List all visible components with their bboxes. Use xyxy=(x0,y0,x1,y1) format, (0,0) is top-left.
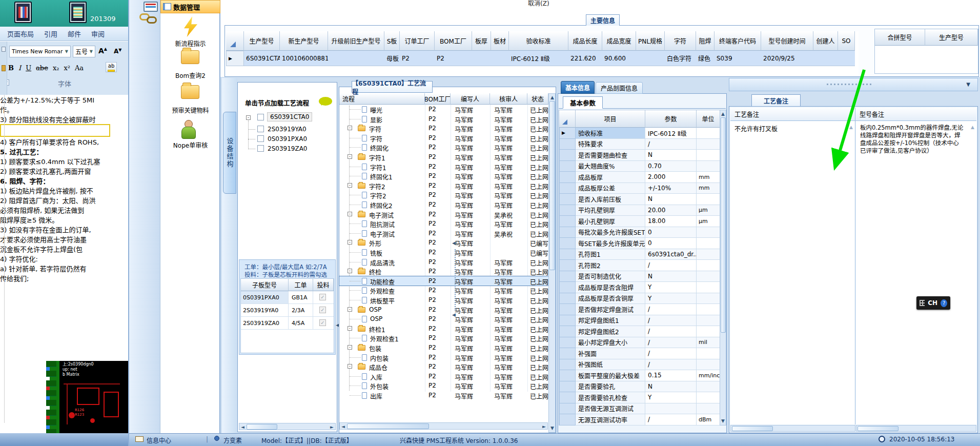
flow-row[interactable]: 显影P2马军辉马军辉已上网 xyxy=(339,114,548,124)
feed-checkbox[interactable]: ✓ xyxy=(319,294,326,300)
ribbon-tab-2[interactable]: 邮件 xyxy=(68,29,81,38)
tree-child-checkbox[interactable] xyxy=(257,126,264,132)
flow-horizontal-scrollbar[interactable]: ◄► xyxy=(339,422,548,430)
flow-row[interactable]: 外观检查1P2马军辉马军辉已上网 xyxy=(339,333,548,343)
params-row-handle[interactable] xyxy=(559,139,576,150)
product-column-header-11[interactable]: PNL规格 xyxy=(636,31,665,51)
flow-row[interactable]: 阻抗测试P2马军辉马军辉已上网 xyxy=(339,219,548,229)
flow-column-header-3[interactable]: 核审人 xyxy=(490,93,527,105)
params-item-cell[interactable]: 成品板厚是否含铜厚 xyxy=(576,293,645,305)
tree-child-checkbox[interactable] xyxy=(257,145,264,152)
params-item-cell[interactable]: 每批次最多允许报废SET xyxy=(576,227,645,238)
flow-row[interactable]: 字符1P2马军辉马军辉已上网 xyxy=(339,162,548,172)
subtable-header-0[interactable]: 子板型号 xyxy=(241,279,289,291)
tree-expand-icon[interactable]: - xyxy=(348,307,352,312)
subtable-header-1[interactable]: 工单 xyxy=(289,279,313,291)
params-item-cell[interactable]: 是否需要验孔检查 xyxy=(576,392,645,403)
desktop-icon[interactable] xyxy=(69,2,87,23)
flow-row[interactable]: -OSPP2马军辉马军辉已上网 xyxy=(339,305,548,315)
tab-basic-info[interactable]: 基本信息 xyxy=(561,81,595,94)
merge-column-header-1[interactable]: 生产型号 xyxy=(925,29,978,46)
tree-expand-icon[interactable]: - xyxy=(348,345,352,350)
tab-product-profile[interactable]: 产品剖面信息 xyxy=(596,82,643,94)
flow-row[interactable]: -字符1P2马军辉马军辉已上网 xyxy=(339,152,548,162)
flow-row[interactable]: 出库P2马军辉马军辉已上网 xyxy=(339,391,548,400)
product-column-header-9[interactable]: 成品长度 xyxy=(568,31,602,51)
tree-expand-icon[interactable]: - xyxy=(348,126,352,130)
params-row-handle[interactable] xyxy=(559,183,576,194)
shrink-font-button[interactable]: A▼ xyxy=(114,48,121,55)
dm-button-3[interactable]: 预审关键物料 xyxy=(160,85,220,115)
params-item-cell[interactable]: 最小孔壁铜厚 xyxy=(576,216,645,227)
tab-device-structure[interactable]: 设备结构 xyxy=(223,112,236,194)
params-row-handle[interactable] xyxy=(559,216,576,227)
tab-flow-title[interactable]: 【6S0391CTA0】工艺流程 xyxy=(352,81,433,93)
flow-row[interactable]: -电子测试P2马军辉吴承祝已上网 xyxy=(339,210,548,219)
flow-row[interactable]: -字符2P2马军辉马军辉已上网 xyxy=(339,181,548,191)
scroll-up-icon[interactable]: ▲ xyxy=(971,125,974,130)
tab-main-info[interactable]: 主要信息 xyxy=(586,14,620,26)
flow-row[interactable]: 功能检查P2马军辉马军辉已上网 xyxy=(339,276,548,286)
tree-child-item[interactable]: 2S03919ZA0 xyxy=(268,145,308,152)
dm-button-2[interactable]: Bom查询2 xyxy=(160,50,220,80)
product-column-header-12[interactable]: 字符 xyxy=(665,31,696,51)
subtable-model-cell[interactable]: 2S03919ZA0 xyxy=(241,317,289,330)
tree-expand-icon[interactable]: - xyxy=(348,240,352,245)
ribbon-tab-1[interactable]: 引用 xyxy=(44,29,57,38)
product-column-header-1[interactable]: 新生产型号 xyxy=(280,31,328,51)
params-item-cell[interactable]: 无源互调测试功率 xyxy=(576,414,645,425)
status-info-center[interactable]: 信息中心 xyxy=(147,436,171,444)
params-row-handle[interactable] xyxy=(559,337,576,349)
params-row-handle[interactable] xyxy=(559,249,576,260)
params-item-cell[interactable]: 特殊要求 xyxy=(576,139,645,150)
notes-right-hscrollbar[interactable] xyxy=(856,425,976,432)
format-painter-icon[interactable] xyxy=(2,65,6,71)
form-icon[interactable] xyxy=(144,2,158,12)
params-row-handle[interactable] xyxy=(559,172,576,183)
params-item-cell[interactable]: 孔符图1 xyxy=(576,249,645,260)
params-row-handle[interactable] xyxy=(559,227,576,238)
params-item-cell[interactable]: 最小邦定焊盘大小 xyxy=(576,337,645,349)
params-item-cell[interactable]: 补强面 xyxy=(576,348,645,359)
tree-expand-icon[interactable]: - xyxy=(348,326,352,331)
params-item-cell[interactable]: 是否需要翘曲检查 xyxy=(576,150,645,161)
tree-child-checkbox[interactable] xyxy=(257,135,264,142)
product-column-header-4[interactable]: 订单工厂 xyxy=(400,31,435,51)
flow-row[interactable]: OSPP2马军辉马军辉已上网 xyxy=(339,314,548,324)
feed-checkbox[interactable]: ✓ xyxy=(319,307,326,313)
table-corner-header[interactable] xyxy=(226,31,244,51)
params-item-cell[interactable]: 成品板厚公差 xyxy=(576,183,645,194)
product-column-header-7[interactable]: 板材 xyxy=(491,31,509,51)
flow-row[interactable]: 成品清洗P2马军辉马军辉已上网 xyxy=(339,257,548,267)
flow-column-header-2[interactable]: 编写人 xyxy=(451,93,490,105)
product-column-header-6[interactable]: 板厚 xyxy=(472,31,491,51)
params-row-handle[interactable] xyxy=(559,359,576,371)
params-row-handle[interactable] xyxy=(559,414,576,425)
params-item-cell[interactable]: 成品板厚 xyxy=(576,172,645,183)
format-button-U[interactable]: U xyxy=(26,64,31,72)
tree-expand-icon[interactable]: - xyxy=(348,212,352,216)
chevron-down-icon[interactable]: ▼ xyxy=(966,82,970,87)
flow-vertical-scrollbar[interactable]: ▲▼ xyxy=(548,93,556,433)
flow-row[interactable]: 字符P2马军辉马军辉已上网 xyxy=(339,133,548,143)
flow-row[interactable]: -外形P2马军辉已编写 xyxy=(339,238,548,248)
params-item-cell[interactable]: 每SET最多允许报废单元 xyxy=(576,238,645,249)
params-column-header-1[interactable]: 参数 xyxy=(645,110,697,128)
status-user[interactable]: 方变素 xyxy=(223,436,242,444)
format-button-abe[interactable]: abe xyxy=(36,64,48,72)
product-column-header-5[interactable]: BOM工厂 xyxy=(435,31,472,51)
flow-row[interactable]: 终固化P2马军辉马军辉已上网 xyxy=(339,143,548,152)
splitter-collapse-icon[interactable]: ◀ xyxy=(452,313,456,317)
params-row-handle[interactable]: ▶ xyxy=(559,128,576,139)
format-button-x[interactable]: x₂ xyxy=(53,64,59,72)
flow-column-header-4[interactable]: 状态 xyxy=(527,93,548,105)
params-row-handle[interactable] xyxy=(559,161,576,172)
dm-button-1[interactable]: 新流程指示 xyxy=(160,16,220,48)
tree-root-item[interactable]: 6S0391CTA0 xyxy=(267,112,312,121)
format-button-B[interactable]: B xyxy=(8,64,14,72)
panel-splitter[interactable] xyxy=(455,249,456,311)
product-column-header-14[interactable]: 终端客户代码 xyxy=(714,31,761,51)
flow-row[interactable]: -成品仓P2马军辉马军辉已上网 xyxy=(339,362,548,372)
tree-root-checkbox[interactable] xyxy=(257,114,264,120)
product-column-header-0[interactable]: 生产型号 xyxy=(244,31,280,51)
